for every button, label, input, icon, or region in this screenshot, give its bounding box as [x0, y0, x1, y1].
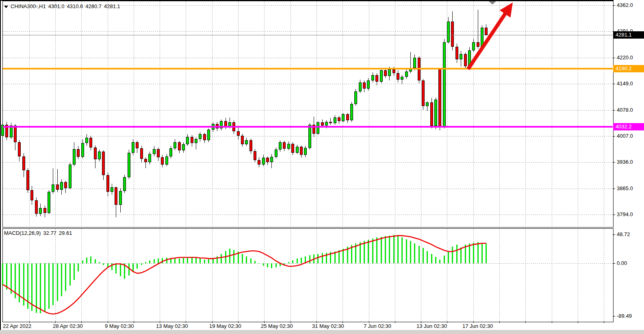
macd-histogram-bar[interactable]: [170, 258, 171, 263]
macd-histogram-bar[interactable]: [208, 259, 209, 263]
candle-bearish[interactable]: [18, 142, 21, 156]
macd-histogram-bar[interactable]: [250, 258, 252, 263]
macd-histogram-bar[interactable]: [78, 263, 79, 271]
candle-bullish[interactable]: [81, 143, 84, 157]
candle-bullish[interactable]: [304, 148, 307, 155]
candle-bullish[interactable]: [287, 144, 290, 149]
candle-bullish[interactable]: [169, 148, 172, 156]
macd-histogram-bar[interactable]: [246, 256, 247, 263]
candle-bearish[interactable]: [464, 54, 467, 67]
macd-histogram-bar[interactable]: [52, 263, 54, 305]
macd-histogram-bar[interactable]: [145, 262, 146, 263]
macd-histogram-bar[interactable]: [473, 243, 474, 263]
macd-histogram-bar[interactable]: [149, 260, 150, 263]
candle-bearish[interactable]: [329, 122, 332, 124]
macd-histogram-bar[interactable]: [179, 258, 180, 263]
macd-histogram-bar[interactable]: [137, 263, 138, 269]
macd-histogram-bar[interactable]: [82, 260, 83, 263]
macd-histogram-bar[interactable]: [372, 239, 373, 263]
support-line[interactable]: [3, 126, 613, 128]
candle-bullish[interactable]: [359, 82, 362, 91]
macd-histogram-bar[interactable]: [414, 243, 415, 263]
macd-histogram-bar[interactable]: [99, 262, 100, 263]
macd-histogram-bar[interactable]: [334, 252, 336, 263]
macd-histogram-bar[interactable]: [57, 263, 58, 301]
candle-bullish[interactable]: [262, 158, 265, 164]
candle-bearish[interactable]: [254, 151, 256, 160]
chart-shift-marker[interactable]: [489, 1, 496, 4]
macd-histogram-bar[interactable]: [111, 263, 113, 270]
macd-histogram-bar[interactable]: [460, 247, 462, 263]
candle-bullish[interactable]: [195, 139, 197, 143]
candle-bullish[interactable]: [52, 184, 54, 192]
candle-bearish[interactable]: [161, 157, 164, 165]
macd-histogram-bar[interactable]: [183, 258, 184, 263]
candle-bullish[interactable]: [334, 117, 336, 124]
candle-bearish[interactable]: [346, 114, 349, 120]
candle-bullish[interactable]: [153, 149, 156, 154]
macd-histogram-bar[interactable]: [191, 257, 193, 263]
candle-bullish[interactable]: [296, 147, 299, 153]
candle-bearish[interactable]: [363, 82, 366, 89]
candle-bullish[interactable]: [443, 42, 446, 128]
macd-histogram-bar[interactable]: [292, 260, 293, 263]
macd-histogram-bar[interactable]: [439, 260, 440, 263]
candle-bullish[interactable]: [460, 54, 462, 60]
candle-bearish[interactable]: [258, 160, 260, 165]
candle-bullish[interactable]: [447, 22, 450, 42]
macd-histogram-bar[interactable]: [242, 254, 243, 263]
candle-bullish[interactable]: [388, 69, 391, 76]
candle-bearish[interactable]: [22, 156, 25, 170]
macd-histogram-bar[interactable]: [115, 263, 117, 273]
macd-histogram-bar[interactable]: [360, 242, 361, 263]
resistance-line[interactable]: [3, 68, 613, 69]
candle-bullish[interactable]: [199, 134, 202, 139]
macd-histogram-bar[interactable]: [343, 249, 344, 263]
candle-bearish[interactable]: [43, 208, 46, 213]
macd-histogram-bar[interactable]: [174, 258, 176, 263]
macd-histogram-bar[interactable]: [86, 258, 87, 264]
candle-bearish[interactable]: [266, 158, 269, 162]
candle-bullish[interactable]: [481, 28, 484, 46]
candle-bearish[interactable]: [485, 28, 488, 35]
candle-bearish[interactable]: [384, 70, 387, 76]
macd-histogram-bar[interactable]: [141, 263, 142, 265]
macd-histogram-bar[interactable]: [313, 254, 314, 263]
candle-bullish[interactable]: [98, 152, 101, 159]
candle-bearish[interactable]: [140, 148, 143, 159]
candle-bullish[interactable]: [60, 182, 63, 190]
macd-panel[interactable]: [2, 228, 614, 322]
candle-bullish[interactable]: [413, 58, 416, 68]
macd-histogram-bar[interactable]: [297, 258, 298, 263]
macd-histogram-bar[interactable]: [233, 250, 234, 263]
macd-histogram-bar[interactable]: [368, 240, 369, 263]
candle-bearish[interactable]: [64, 182, 67, 188]
candle-bullish[interactable]: [405, 72, 408, 77]
macd-histogram-bar[interactable]: [107, 263, 108, 267]
macd-histogram-bar[interactable]: [385, 236, 386, 263]
candle-bullish[interactable]: [426, 102, 429, 106]
candle-bearish[interactable]: [455, 47, 458, 60]
candle-bullish[interactable]: [39, 208, 42, 214]
candle-bearish[interactable]: [477, 42, 479, 47]
macd-histogram-bar[interactable]: [338, 250, 340, 263]
candle-bullish[interactable]: [308, 125, 311, 148]
candle-bearish[interactable]: [237, 131, 240, 136]
candle-bullish[interactable]: [434, 100, 437, 126]
macd-histogram-bar[interactable]: [284, 263, 285, 265]
candle-bearish[interactable]: [321, 122, 324, 125]
candle-bearish[interactable]: [77, 149, 80, 157]
macd-histogram-bar[interactable]: [40, 263, 41, 313]
candle-bullish[interactable]: [132, 142, 134, 152]
macd-histogram-bar[interactable]: [271, 263, 272, 268]
candle-bearish[interactable]: [430, 102, 433, 126]
macd-histogram-bar[interactable]: [27, 263, 28, 309]
candle-bearish[interactable]: [375, 75, 378, 81]
macd-histogram-bar[interactable]: [120, 263, 121, 276]
macd-histogram-bar[interactable]: [124, 263, 125, 279]
candle-bullish[interactable]: [380, 70, 383, 81]
candle-bullish[interactable]: [111, 187, 113, 192]
candle-bullish[interactable]: [354, 91, 357, 104]
candle-bearish[interactable]: [35, 200, 38, 214]
macd-histogram-bar[interactable]: [65, 263, 66, 291]
